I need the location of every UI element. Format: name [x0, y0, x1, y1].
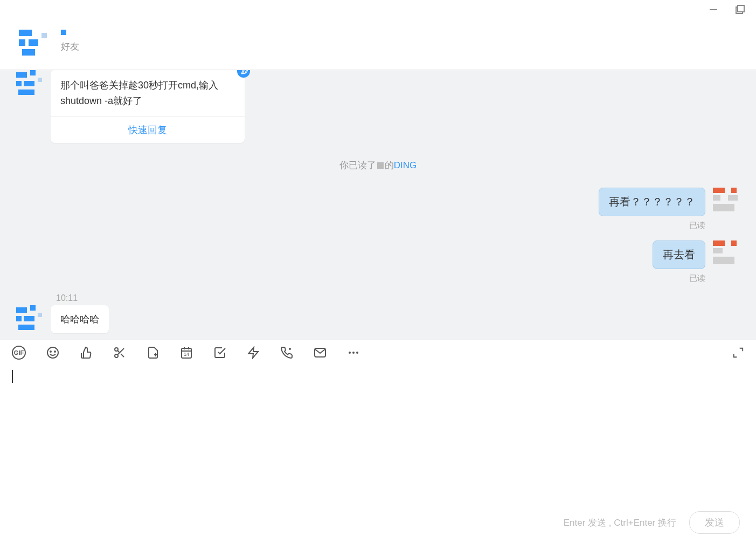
emoji-icon[interactable]: [46, 346, 59, 359]
read-status: 已读: [16, 273, 705, 284]
svg-line-10: [117, 350, 120, 353]
message-text: 哈哈哈哈: [51, 305, 109, 333]
titlebar: [0, 0, 756, 22]
expand-icon[interactable]: [732, 347, 744, 359]
svg-text:14: 14: [184, 352, 189, 357]
send-hint: Enter 发送 , Ctrl+Enter 换行: [564, 517, 676, 529]
gif-icon[interactable]: GIF: [12, 346, 26, 360]
outgoing-message: 再看？？？？？？: [16, 188, 740, 216]
phone-call-icon[interactable]: [280, 346, 293, 359]
message-input[interactable]: Enter 发送 , Ctrl+Enter 换行 发送: [0, 365, 756, 550]
message-text: 那个叫爸爸关掉趁30秒打开cmd,输入shutdown -a就好了: [51, 70, 245, 116]
calendar-icon[interactable]: 14: [180, 346, 193, 359]
svg-point-7: [115, 354, 118, 358]
chat-area[interactable]: ⅅ 那个叫爸爸关掉趁30秒打开cmd,输入shutdown -a就好了 快速回复…: [0, 70, 756, 340]
avatar[interactable]: [713, 188, 740, 215]
outgoing-message: 再去看: [16, 240, 740, 269]
maximize-icon[interactable]: [734, 4, 745, 17]
avatar[interactable]: [16, 305, 43, 332]
input-footer: Enter 发送 , Ctrl+Enter 换行 发送: [564, 511, 740, 534]
quick-reply-button[interactable]: 快速回复: [51, 116, 245, 143]
avatar[interactable]: [713, 240, 740, 267]
redacted-name: [377, 162, 384, 169]
scissors-icon[interactable]: [113, 346, 126, 359]
svg-point-22: [352, 352, 355, 354]
chat-header: 好友: [0, 22, 756, 70]
header-info: 好友: [61, 38, 79, 53]
ding-read-notice: 你已读了的DING: [16, 159, 740, 171]
input-toolbar: GIF 14: [0, 340, 756, 365]
mail-icon[interactable]: [314, 346, 327, 359]
svg-marker-18: [248, 347, 258, 358]
thumbs-up-icon[interactable]: [80, 346, 93, 359]
file-add-icon[interactable]: [147, 346, 159, 359]
svg-point-19: [289, 348, 291, 350]
text-cursor: [12, 370, 13, 383]
message-text: 再去看: [653, 240, 705, 269]
ding-lightning-icon[interactable]: [247, 346, 260, 359]
todo-check-icon[interactable]: [213, 346, 226, 359]
svg-line-9: [121, 354, 124, 357]
ding-link[interactable]: DING: [394, 160, 417, 170]
avatar[interactable]: [16, 70, 43, 97]
svg-point-6: [115, 348, 118, 351]
ding-card: ⅅ 那个叫爸爸关掉趁30秒打开cmd,输入shutdown -a就好了 快速回复: [51, 70, 245, 143]
message-timestamp: 10:11: [56, 293, 740, 303]
svg-point-3: [47, 347, 58, 358]
svg-point-23: [356, 352, 358, 354]
contact-relation: 好友: [61, 40, 79, 53]
more-icon[interactable]: [347, 346, 360, 359]
read-status: 已读: [16, 221, 705, 231]
svg-point-4: [50, 351, 51, 352]
incoming-message: 哈哈哈哈: [16, 305, 740, 333]
minimize-icon[interactable]: [709, 5, 718, 17]
avatar[interactable]: [19, 30, 51, 62]
send-button[interactable]: 发送: [689, 511, 740, 534]
message-text: 再看？？？？？？: [599, 188, 705, 216]
svg-point-5: [54, 351, 56, 352]
svg-rect-2: [738, 5, 744, 12]
svg-point-21: [349, 352, 351, 354]
